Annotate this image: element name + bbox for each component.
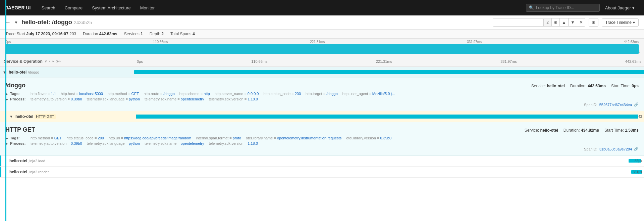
span-operation-root: /doggo bbox=[28, 70, 39, 74]
trace-services: Services 1 bbox=[124, 32, 143, 36]
nav-compare[interactable]: Compare bbox=[61, 3, 87, 12]
span-duration-jinja2-load: 86μs bbox=[635, 159, 642, 163]
trace-id-input[interactable] bbox=[536, 5, 597, 10]
timeline-overview[interactable]: 0μs 110.66ms 221.31ms 331.97ms 442.63ms … bbox=[0, 39, 644, 56]
span-bar-http-get bbox=[136, 115, 638, 119]
span-detail-http-get-header: HTTP GET Service: hello-otel Duration: 4… bbox=[5, 126, 639, 133]
span-process-http-get: ▶ Process: telemetry.auto.version = 0.39… bbox=[5, 141, 639, 145]
chevron-down-icon-timeline: ▾ bbox=[633, 20, 635, 25]
timeline-selection[interactable] bbox=[5, 44, 639, 54]
span-timeline-root bbox=[134, 67, 644, 78]
span-tags-root: ▶ Tags: http.flavor = 1.1 http.host = lo… bbox=[5, 92, 639, 96]
span-toggle-root[interactable]: ▼ bbox=[3, 70, 7, 74]
span-detail-root-header: /doggo Service: hello-otel Duration: 442… bbox=[5, 82, 639, 89]
top-nav: JAEGER UI Search Compare System Architec… bbox=[0, 0, 644, 15]
nav-search[interactable]: Search bbox=[37, 3, 59, 12]
span-label-jinja2-render[interactable]: hello-otel jinja2.render bbox=[0, 167, 134, 177]
collapse-icon[interactable]: ▼ bbox=[14, 20, 18, 25]
span-timeline-http-get: 43 bbox=[134, 111, 644, 122]
span-operation-jinja2-load: jinja2.load bbox=[29, 159, 45, 163]
trace-timeline-label: Trace Timeline bbox=[605, 20, 632, 25]
span-search-input[interactable]: 200 bbox=[493, 18, 543, 26]
sort-double-right-button[interactable]: » bbox=[51, 59, 55, 63]
nav-monitor[interactable]: Monitor bbox=[136, 3, 159, 12]
span-id-link-http-get[interactable]: 31b0a53c3a9e7284 bbox=[599, 147, 632, 151]
span-toggle-http-get[interactable]: ▼ bbox=[9, 115, 14, 119]
timeline-handle[interactable]: ⋮ bbox=[638, 49, 641, 53]
chevron-down-icon: ▾ bbox=[632, 5, 635, 10]
span-service-http-get: hello-otel bbox=[15, 114, 33, 119]
trace-depth: Depth 2 bbox=[150, 32, 164, 36]
span-service-jinja2-load: hello-otel bbox=[9, 159, 27, 163]
service-operation-header: Service & Operation ∨ › » ⋙ bbox=[0, 59, 134, 64]
span-row-jinja2-render: hello-otel jinja2.render 331μs bbox=[0, 167, 644, 178]
span-operation-http-get: HTTP GET bbox=[35, 114, 55, 119]
trace-lookup-search[interactable]: 🔍 bbox=[526, 4, 600, 12]
span-timeline-jinja2-load: 86μs bbox=[134, 156, 644, 166]
trace-duration: Duration 442.63ms bbox=[83, 32, 117, 36]
span-service-jinja2-render: hello-otel bbox=[9, 170, 27, 174]
timeline-ticks-overview: 0μs 110.66ms 221.31ms 331.97ms 442.63ms bbox=[0, 40, 644, 44]
copy-span-id-http-get[interactable]: 🔗 bbox=[634, 147, 639, 151]
search-up-button[interactable]: ▲ bbox=[559, 18, 568, 26]
nav-system-architecture[interactable]: System Architecture bbox=[88, 3, 135, 12]
search-icon: 🔍 bbox=[529, 5, 534, 10]
span-bar-root bbox=[134, 70, 644, 74]
span-operation-jinja2-render: jinja2.render bbox=[29, 170, 49, 174]
span-process-root: ▶ Process: telemetry.auto.version = 0.39… bbox=[5, 97, 639, 101]
trace-id: 2434525 bbox=[74, 20, 92, 25]
span-service-root: hello-otel bbox=[9, 70, 26, 75]
sort-expand-button[interactable]: ⋙ bbox=[55, 59, 61, 63]
span-list-header: Service & Operation ∨ › » ⋙ 0μs 110.66ms… bbox=[0, 56, 644, 67]
span-detail-http-get-meta: Service: hello-otel Duration: 434.82ms S… bbox=[525, 128, 639, 133]
trace-header: ← ▼ hello-otel: /doggo 2434525 200 2 ⊕ ▲… bbox=[0, 15, 644, 30]
span-row-jinja2-load: hello-otel jinja2.load 86μs bbox=[0, 156, 644, 167]
search-close-button[interactable]: ✕ bbox=[577, 18, 585, 26]
span-bar-duration-http-get: 43 bbox=[638, 115, 642, 119]
trace-timeline-button[interactable]: Trace Timeline ▾ bbox=[602, 18, 639, 27]
timeline-bar-container[interactable] bbox=[5, 44, 639, 54]
copy-span-id-root[interactable]: 🔗 bbox=[634, 102, 639, 107]
about-jaeger-link[interactable]: About Jaeger ▾ bbox=[601, 3, 639, 12]
span-id-http-get: SpanID: 31b0a53c3a9e7284 🔗 bbox=[5, 147, 639, 151]
sort-down-button[interactable]: ∨ bbox=[44, 59, 48, 63]
span-id-root: SpanID: 552677bd67c434ea 🔗 bbox=[5, 102, 639, 107]
trace-total-spans: Total Spans 4 bbox=[170, 32, 195, 36]
sort-icons: ∨ › » ⋙ bbox=[44, 59, 61, 63]
search-result-count: 2 bbox=[543, 19, 551, 26]
trace-meta-bar: Trace Start July 17 2023, 09:16:07.203 D… bbox=[0, 30, 644, 39]
span-label-jinja2-load[interactable]: hello-otel jinja2.load bbox=[0, 156, 134, 166]
brand-label: JAEGER UI bbox=[5, 5, 31, 10]
span-detail-root-title: /doggo bbox=[5, 82, 25, 89]
span-detail-root-meta: Service: hello-otel Duration: 442.63ms S… bbox=[531, 84, 639, 88]
span-detail-root: /doggo Service: hello-otel Duration: 442… bbox=[0, 78, 644, 111]
span-duration-jinja2-render: 331μs bbox=[633, 170, 642, 174]
span-row-root: ▼ hello-otel /doggo bbox=[0, 67, 644, 78]
span-row-http-get: ▼ hello-otel HTTP GET 43 bbox=[0, 111, 644, 122]
trace-title: hello-otel: /doggo 2434525 bbox=[21, 19, 92, 26]
span-label-root[interactable]: ▼ hello-otel /doggo bbox=[0, 67, 134, 78]
search-prev-button[interactable]: ⊕ bbox=[551, 18, 559, 26]
trace-start-label: Trace Start July 17 2023, 09:16:07.203 bbox=[5, 32, 76, 36]
span-tags-http-get: ▶ Tags: http.method = GET http.status_co… bbox=[5, 136, 639, 140]
timeline-ticks-header: 0μs 110.66ms 221.31ms 331.97ms 442.63ms bbox=[134, 59, 644, 63]
span-search-box[interactable]: 200 2 ⊕ ▲ ▼ ✕ bbox=[493, 18, 585, 27]
graph-view-button[interactable]: ⊞ bbox=[589, 18, 598, 27]
span-id-link-root[interactable]: 552677bd67c434ea bbox=[599, 103, 632, 107]
span-detail-http-get-title: HTTP GET bbox=[5, 126, 35, 133]
span-label-http-get[interactable]: ▼ hello-otel HTTP GET bbox=[0, 111, 134, 122]
search-down-button[interactable]: ▼ bbox=[568, 18, 577, 26]
span-timeline-jinja2-render: 331μs bbox=[134, 167, 644, 177]
span-detail-http-get: HTTP GET Service: hello-otel Duration: 4… bbox=[0, 122, 644, 156]
sort-right-button[interactable]: › bbox=[48, 59, 51, 63]
